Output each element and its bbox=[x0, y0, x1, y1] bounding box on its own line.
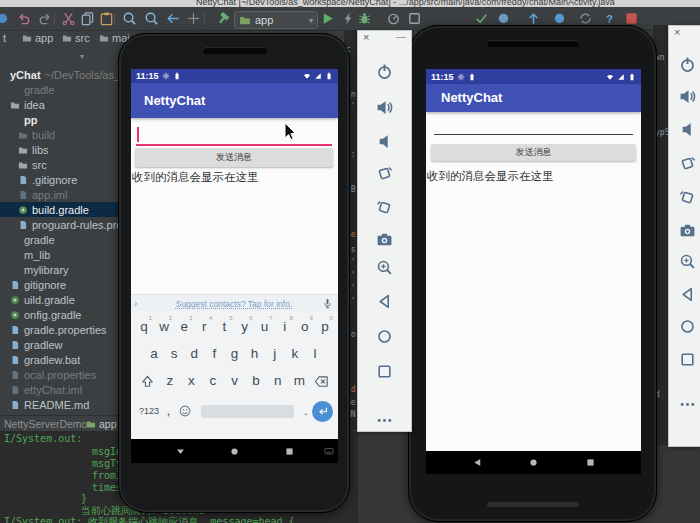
recents-button[interactable] bbox=[284, 446, 295, 457]
apply-changes-icon[interactable] bbox=[341, 11, 356, 26]
key-f[interactable]: f bbox=[204, 347, 224, 361]
breadcrumb-item-app[interactable]: app bbox=[22, 32, 53, 44]
minimize-button[interactable]: — bbox=[396, 32, 406, 42]
rotate-right-button[interactable] bbox=[376, 198, 393, 215]
tree-item-ettychat-iml[interactable]: ettyChat.iml bbox=[0, 382, 118, 397]
upload-arrow-icon[interactable] bbox=[526, 11, 541, 26]
volume-up-button[interactable] bbox=[376, 99, 393, 116]
tree-item-proguard-rules-pro[interactable]: proguard-rules.pro bbox=[0, 217, 118, 232]
key-r[interactable]: 4r bbox=[194, 320, 214, 334]
back-button[interactable] bbox=[376, 293, 393, 310]
key-c[interactable]: c bbox=[202, 374, 224, 388]
overview-button[interactable] bbox=[376, 363, 393, 380]
device-box-icon[interactable] bbox=[407, 11, 422, 26]
key-e[interactable]: 3e bbox=[174, 320, 194, 334]
mic-icon[interactable] bbox=[322, 298, 333, 309]
key-k[interactable]: k bbox=[285, 347, 305, 361]
tree-item-readme-md[interactable]: README.md bbox=[0, 397, 118, 412]
key-x[interactable]: x bbox=[181, 374, 203, 388]
console-tab-app[interactable]: app bbox=[86, 418, 117, 430]
home-button[interactable] bbox=[376, 328, 393, 345]
keyboard-suggestion-bar[interactable]: › Suggest contacts? Tap for info. bbox=[131, 294, 338, 312]
enter-key[interactable] bbox=[312, 401, 333, 422]
recents-button[interactable] bbox=[585, 457, 596, 468]
shift-key[interactable] bbox=[136, 374, 159, 389]
zoom-in-button[interactable] bbox=[679, 253, 696, 270]
copy-icon[interactable] bbox=[80, 11, 95, 26]
move-icon[interactable] bbox=[186, 11, 201, 26]
console-tab-nettyserverdemo[interactable]: NettyServerDemo bbox=[4, 418, 87, 430]
tree-item--gitignore[interactable]: .gitignore bbox=[0, 172, 118, 187]
key-v[interactable]: v bbox=[224, 374, 246, 388]
tree-item-app-iml[interactable]: app.iml bbox=[0, 187, 118, 202]
debug-bug-icon[interactable] bbox=[357, 11, 372, 26]
ide-icon[interactable] bbox=[0, 11, 10, 26]
key-l[interactable]: l bbox=[305, 347, 325, 361]
key-j[interactable]: j bbox=[265, 347, 285, 361]
tree-item-gradle-properties[interactable]: gradle.properties bbox=[0, 322, 118, 337]
sync-icon[interactable] bbox=[578, 11, 593, 26]
find-in-path-icon[interactable] bbox=[144, 11, 159, 26]
power-button[interactable] bbox=[679, 56, 696, 73]
message-input[interactable] bbox=[434, 119, 633, 135]
key-i[interactable]: 8i bbox=[275, 320, 295, 334]
send-button[interactable]: 发送消息 bbox=[135, 148, 333, 167]
close-button[interactable]: × bbox=[674, 27, 680, 38]
back-button[interactable] bbox=[175, 446, 186, 457]
find-icon[interactable] bbox=[122, 11, 137, 26]
undo-icon[interactable] bbox=[16, 11, 31, 26]
back-button[interactable] bbox=[679, 286, 696, 303]
tree-item-uild-gradle[interactable]: uild.gradle bbox=[0, 292, 118, 307]
info-dot-icon[interactable] bbox=[552, 11, 567, 26]
home-button[interactable] bbox=[528, 457, 539, 468]
key-n[interactable]: n bbox=[267, 374, 289, 388]
key-b[interactable]: b bbox=[245, 374, 267, 388]
tree-item-libs[interactable]: libs bbox=[0, 142, 118, 157]
tree-item-onfig-gradle[interactable]: onfig.gradle bbox=[0, 307, 118, 322]
send-button[interactable]: 发送消息 bbox=[431, 144, 636, 161]
back-icon[interactable] bbox=[166, 11, 181, 26]
screenshot-camera-button[interactable] bbox=[679, 222, 696, 239]
overview-button[interactable] bbox=[679, 351, 696, 368]
backspace-key[interactable] bbox=[310, 374, 333, 389]
period-key[interactable]: . bbox=[300, 404, 312, 418]
chevron-right-icon[interactable]: › bbox=[131, 298, 146, 309]
tree-item-root[interactable]: yChat~/DevTools/as_w bbox=[0, 67, 118, 82]
rotate-left-button[interactable] bbox=[376, 164, 393, 181]
tree-item-pp[interactable]: pp bbox=[0, 112, 118, 127]
power-button[interactable] bbox=[376, 63, 393, 80]
tree-item-src[interactable]: src bbox=[0, 157, 118, 172]
tree-item-gitignore[interactable]: gitignore bbox=[0, 277, 118, 292]
key-z[interactable]: z bbox=[159, 374, 181, 388]
key-q[interactable]: 1q bbox=[134, 320, 154, 334]
volume-down-button[interactable] bbox=[376, 133, 393, 150]
home-button[interactable] bbox=[229, 446, 240, 457]
screenshot-camera-button[interactable] bbox=[376, 231, 393, 248]
volume-up-button[interactable] bbox=[679, 88, 696, 105]
paste-icon[interactable] bbox=[99, 11, 114, 26]
key-y[interactable]: 6y bbox=[234, 320, 254, 334]
key-d[interactable]: d bbox=[184, 347, 204, 361]
key-o[interactable]: 9o bbox=[295, 320, 315, 334]
comma-key[interactable]: , bbox=[162, 404, 175, 418]
tree-item-build[interactable]: build bbox=[0, 127, 118, 142]
tree-item-ocal-properties[interactable]: ocal.properties bbox=[0, 367, 118, 382]
symbols-key[interactable]: ?123 bbox=[136, 406, 162, 416]
zoom-in-button[interactable] bbox=[376, 259, 393, 276]
redo-icon[interactable] bbox=[38, 11, 53, 26]
tree-item-build-gradle[interactable]: build.gradle bbox=[0, 202, 118, 217]
emoji-key[interactable] bbox=[177, 404, 193, 418]
suggestion-text[interactable]: Suggest contacts? Tap for info. bbox=[146, 299, 322, 309]
keyboard-switch-icon[interactable] bbox=[324, 446, 334, 456]
key-w[interactable]: 2w bbox=[154, 320, 174, 334]
rotate-left-button[interactable] bbox=[679, 154, 696, 171]
tree-item-gradlew-bat[interactable]: gradlew.bat bbox=[0, 352, 118, 367]
key-g[interactable]: g bbox=[224, 347, 244, 361]
key-h[interactable]: h bbox=[245, 347, 265, 361]
key-s[interactable]: s bbox=[164, 347, 184, 361]
tree-item-m-lib[interactable]: m_lib bbox=[0, 247, 118, 262]
profiler-gauge-icon[interactable] bbox=[386, 11, 401, 26]
key-u[interactable]: 7u bbox=[255, 320, 275, 334]
message-input[interactable] bbox=[136, 124, 332, 146]
help-icon[interactable]: ? bbox=[602, 11, 617, 26]
